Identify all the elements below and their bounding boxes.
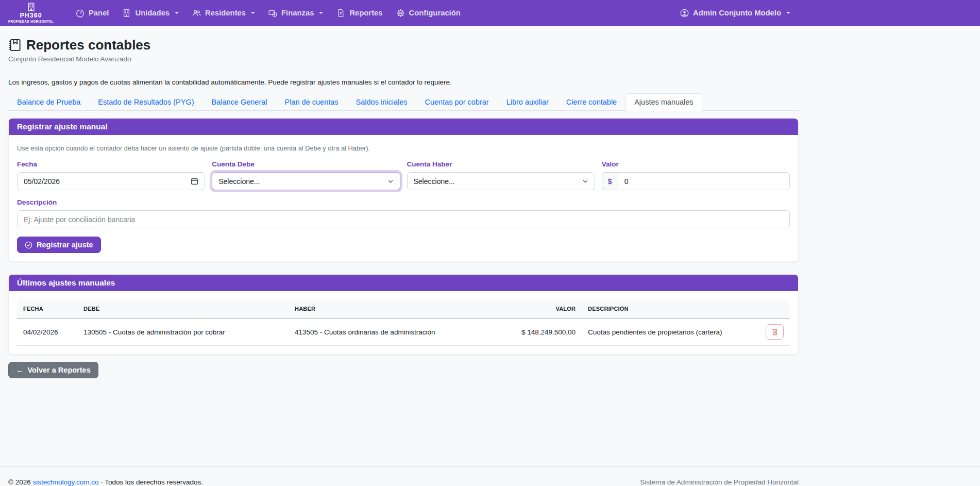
tab-plan-de-cuentas[interactable]: Plan de cuentas [276, 93, 347, 111]
valor-field-group: Valor $ [602, 160, 790, 190]
page-footer: © 2026 sistechnology.com.co · Todos los … [0, 466, 980, 486]
back-to-reports-button[interactable]: ← Volver a Reportes [8, 362, 98, 378]
tab-balance-general[interactable]: Balance General [203, 93, 276, 111]
nav-item-residentes[interactable]: Residentes [185, 5, 262, 22]
top-navbar: PH360 PROPIEDAD HORIZONTAL Panel Unidade… [0, 0, 980, 26]
card-body: Use esta opción cuando el contador deba … [9, 135, 798, 261]
card-header: Registrar ajuste manual [9, 119, 798, 135]
nav-item-configuracion[interactable]: Configuración [390, 5, 467, 22]
register-adjustment-button[interactable]: Registrar ajuste [17, 237, 101, 253]
tab-balance-de-prueba[interactable]: Balance de Prueba [8, 93, 89, 111]
chevron-down-icon [251, 12, 255, 14]
cell-descripcion: Cuotas pendientes de propietarios (carte… [582, 319, 759, 346]
nav-item-reportes[interactable]: Reportes [330, 5, 389, 22]
fecha-value: 05/02/2026 [24, 177, 60, 186]
file-text-icon [336, 9, 345, 18]
journal-bookmark-icon [8, 39, 21, 52]
descripcion-field-group: Descripción [17, 198, 790, 228]
form-hint: Use esta opción cuando el contador deba … [17, 144, 790, 152]
footer-container: © 2026 sistechnology.com.co · Todos los … [8, 467, 799, 486]
page-header: Reportes contables Conjunto Residencial … [8, 37, 799, 63]
nav-item-label: Residentes [205, 9, 246, 17]
valor-input[interactable] [618, 172, 790, 190]
user-menu[interactable]: Admin Conjunto Modelo [680, 9, 790, 18]
gear-icon [396, 9, 405, 18]
submit-label: Registrar ajuste [37, 241, 93, 249]
brand-logo[interactable]: PH360 PROPIEDAD HORIZONTAL [8, 3, 54, 23]
valor-label: Valor [602, 160, 790, 168]
intro-text: Los ingresos, gastos y pagos de cuotas a… [8, 78, 799, 86]
currency-prefix: $ [602, 172, 618, 190]
nav-item-panel[interactable]: Panel [69, 5, 115, 22]
check-circle-icon [25, 241, 32, 249]
form-row: Fecha 05/02/2026 Cuenta Debe Seleccione.… [17, 160, 790, 190]
building-icon [122, 9, 131, 18]
chevron-down-icon [786, 12, 790, 14]
nav-item-label: Unidades [135, 9, 170, 17]
cell-fecha: 04/02/2026 [17, 319, 77, 346]
calendar-icon[interactable] [191, 177, 198, 185]
cuenta-debe-select[interactable]: Seleccione... [212, 172, 400, 190]
col-header-actions [759, 299, 790, 319]
trash-icon [771, 328, 779, 336]
register-adjustment-card: Registrar ajuste manual Use esta opción … [8, 118, 799, 262]
col-header-valor: VALOR [515, 299, 582, 319]
cash-coin-icon [268, 9, 277, 18]
brand-name: PH360 [20, 12, 42, 19]
cuenta-debe-field-group: Cuenta Debe Seleccione... [212, 160, 400, 190]
footer-copyright-year: © 2026 [8, 478, 31, 486]
person-circle-icon [680, 9, 689, 18]
tab-cuentas-por-cobrar[interactable]: Cuentas por cobrar [416, 93, 498, 111]
fecha-field-group: Fecha 05/02/2026 [17, 160, 205, 190]
fecha-label: Fecha [17, 160, 205, 168]
app-window: PH360 PROPIEDAD HORIZONTAL Panel Unidade… [0, 0, 980, 486]
back-button-label: Volver a Reportes [28, 366, 91, 374]
brand-tagline: PROPIEDAD HORIZONTAL [8, 20, 54, 23]
card-body: FECHA DEBE HABER VALOR DESCRIPCIÓN 04/02… [9, 291, 798, 354]
nav-item-unidades[interactable]: Unidades [115, 5, 185, 22]
main-nav: Panel Unidades Residentes Finanzas [69, 5, 467, 22]
footer-link[interactable]: sistechnology.com.co [33, 478, 99, 486]
delete-adjustment-button[interactable] [766, 324, 784, 340]
table-row: 04/02/2026 130505 - Cuotas de administra… [17, 319, 790, 346]
page-title: Reportes contables [8, 37, 799, 53]
tab-cierre-contable[interactable]: Cierre contable [557, 93, 626, 111]
nav-item-label: Reportes [349, 9, 382, 17]
cuenta-haber-field-group: Cuenta Haber Seleccione... [407, 160, 595, 190]
table-header-row: FECHA DEBE HABER VALOR DESCRIPCIÓN [17, 299, 790, 319]
tab-saldos-iniciales[interactable]: Saldos iniciales [347, 93, 416, 111]
navbar-container: PH360 PROPIEDAD HORIZONTAL Panel Unidade… [0, 0, 799, 26]
tab-estado-de-resultados[interactable]: Estado de Resultados (PYG) [89, 93, 202, 111]
cuenta-haber-label: Cuenta Haber [407, 160, 595, 168]
col-header-debe: DEBE [77, 299, 289, 319]
report-tabs: Balance de Prueba Estado de Resultados (… [8, 93, 799, 111]
col-header-fecha: FECHA [17, 299, 77, 319]
footer-system-name: Sistema de Administración de Propiedad H… [640, 478, 799, 486]
cell-valor: $ 148.249.500,00 [515, 319, 582, 346]
card-header: Últimos ajustes manuales [9, 275, 798, 291]
people-icon [192, 9, 201, 18]
nav-item-finanzas[interactable]: Finanzas [262, 5, 330, 22]
nav-item-label: Finanzas [281, 9, 314, 17]
cell-actions [759, 319, 790, 346]
footer-copyright: © 2026 sistechnology.com.co · Todos los … [8, 478, 203, 486]
recent-adjustments-card: Últimos ajustes manuales FECHA DEBE HABE… [8, 274, 799, 355]
chevron-down-icon [582, 178, 588, 185]
chevron-down-icon [387, 178, 394, 185]
descripcion-input[interactable] [17, 210, 790, 228]
chevron-down-icon [175, 12, 179, 14]
fecha-date-input[interactable]: 05/02/2026 [17, 172, 205, 190]
building-logo-icon [27, 3, 36, 11]
arrow-left-icon: ← [16, 366, 24, 374]
tab-ajustes-manuales[interactable]: Ajustes manuales [626, 93, 702, 111]
cuenta-debe-value: Seleccione... [218, 177, 260, 186]
cuenta-haber-value: Seleccione... [414, 177, 455, 186]
main-content: Reportes contables Conjunto Residencial … [8, 37, 799, 378]
nav-item-label: Panel [89, 9, 109, 17]
descripcion-label: Descripción [17, 198, 790, 206]
page-subtitle: Conjunto Residencial Modelo Avanzado [8, 55, 799, 63]
cuenta-haber-select[interactable]: Seleccione... [407, 172, 595, 190]
chevron-down-icon [319, 12, 323, 14]
tab-libro-auxiliar[interactable]: Libro auxiliar [498, 93, 557, 111]
speedometer-icon [76, 9, 85, 18]
